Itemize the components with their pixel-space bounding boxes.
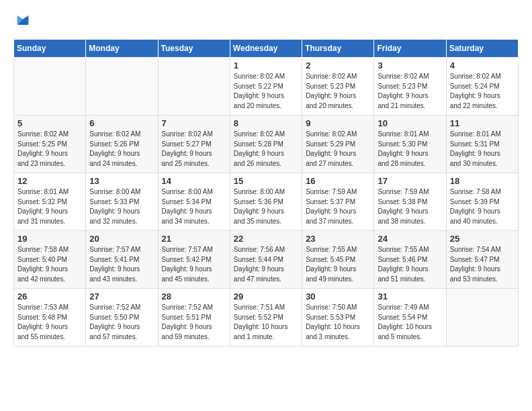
day-number: 19 xyxy=(17,234,82,244)
day-info: Sunrise: 7:56 AM Sunset: 5:44 PM Dayligh… xyxy=(234,245,298,284)
calendar-cell: 8Sunrise: 8:02 AM Sunset: 5:28 PM Daylig… xyxy=(230,116,302,173)
calendar-cell xyxy=(446,289,518,347)
day-info: Sunrise: 8:02 AM Sunset: 5:25 PM Dayligh… xyxy=(17,130,82,169)
day-info: Sunrise: 7:59 AM Sunset: 5:37 PM Dayligh… xyxy=(306,187,370,226)
calendar-cell xyxy=(158,58,230,116)
day-number: 21 xyxy=(162,234,226,244)
day-number: 17 xyxy=(378,176,442,186)
calendar-cell: 30Sunrise: 7:50 AM Sunset: 5:53 PM Dayli… xyxy=(302,289,374,347)
calendar-cell: 28Sunrise: 7:52 AM Sunset: 5:51 PM Dayli… xyxy=(158,289,230,347)
day-info: Sunrise: 8:01 AM Sunset: 5:31 PM Dayligh… xyxy=(450,130,515,169)
day-info: Sunrise: 8:02 AM Sunset: 5:24 PM Dayligh… xyxy=(450,72,515,111)
day-number: 5 xyxy=(17,118,82,128)
logo-icon xyxy=(13,11,32,30)
calendar-cell: 7Sunrise: 8:02 AM Sunset: 5:27 PM Daylig… xyxy=(158,116,230,173)
day-number: 28 xyxy=(162,291,226,302)
calendar-cell: 12Sunrise: 8:01 AM Sunset: 5:32 PM Dayli… xyxy=(14,173,86,231)
day-info: Sunrise: 8:02 AM Sunset: 5:22 PM Dayligh… xyxy=(234,72,298,111)
day-info: Sunrise: 8:02 AM Sunset: 5:26 PM Dayligh… xyxy=(89,130,154,169)
calendar-cell: 19Sunrise: 7:58 AM Sunset: 5:40 PM Dayli… xyxy=(14,231,86,289)
calendar-cell: 21Sunrise: 7:57 AM Sunset: 5:42 PM Dayli… xyxy=(158,231,230,289)
calendar-cell: 9Sunrise: 8:02 AM Sunset: 5:29 PM Daylig… xyxy=(302,116,374,173)
calendar-cell: 22Sunrise: 7:56 AM Sunset: 5:44 PM Dayli… xyxy=(230,231,302,289)
calendar-cell: 2Sunrise: 8:02 AM Sunset: 5:23 PM Daylig… xyxy=(302,58,374,116)
day-number: 14 xyxy=(162,176,226,186)
day-info: Sunrise: 7:52 AM Sunset: 5:51 PM Dayligh… xyxy=(162,303,226,342)
day-info: Sunrise: 8:00 AM Sunset: 5:34 PM Dayligh… xyxy=(162,187,226,226)
calendar-cell: 11Sunrise: 8:01 AM Sunset: 5:31 PM Dayli… xyxy=(446,116,518,173)
calendar-cell: 5Sunrise: 8:02 AM Sunset: 5:25 PM Daylig… xyxy=(14,116,86,173)
calendar-cell: 23Sunrise: 7:55 AM Sunset: 5:45 PM Dayli… xyxy=(302,231,374,289)
calendar-cell: 3Sunrise: 8:02 AM Sunset: 5:23 PM Daylig… xyxy=(374,58,446,116)
day-info: Sunrise: 7:57 AM Sunset: 5:41 PM Dayligh… xyxy=(89,245,154,284)
day-number: 4 xyxy=(450,60,515,71)
calendar-cell: 15Sunrise: 8:00 AM Sunset: 5:36 PM Dayli… xyxy=(230,173,302,231)
day-number: 23 xyxy=(306,234,370,244)
logo xyxy=(13,11,35,30)
calendar-header-thursday: Thursday xyxy=(302,40,374,58)
day-info: Sunrise: 7:55 AM Sunset: 5:45 PM Dayligh… xyxy=(306,245,370,284)
day-number: 22 xyxy=(234,234,298,244)
day-number: 15 xyxy=(234,176,298,186)
calendar-header-wednesday: Wednesday xyxy=(230,40,302,58)
calendar-week-row: 12Sunrise: 8:01 AM Sunset: 5:32 PM Dayli… xyxy=(14,173,519,231)
day-info: Sunrise: 8:00 AM Sunset: 5:33 PM Dayligh… xyxy=(89,187,154,226)
day-info: Sunrise: 7:54 AM Sunset: 5:47 PM Dayligh… xyxy=(450,245,515,284)
calendar-cell: 18Sunrise: 7:58 AM Sunset: 5:39 PM Dayli… xyxy=(446,173,518,231)
day-number: 11 xyxy=(450,118,515,128)
calendar-cell: 10Sunrise: 8:01 AM Sunset: 5:30 PM Dayli… xyxy=(374,116,446,173)
day-number: 2 xyxy=(306,60,370,71)
calendar-cell: 6Sunrise: 8:02 AM Sunset: 5:26 PM Daylig… xyxy=(86,116,158,173)
calendar-cell: 27Sunrise: 7:52 AM Sunset: 5:50 PM Dayli… xyxy=(86,289,158,347)
day-number: 26 xyxy=(17,291,82,302)
calendar-cell: 16Sunrise: 7:59 AM Sunset: 5:37 PM Dayli… xyxy=(302,173,374,231)
day-number: 7 xyxy=(162,118,226,128)
day-number: 31 xyxy=(378,291,442,302)
day-info: Sunrise: 8:01 AM Sunset: 5:32 PM Dayligh… xyxy=(17,187,82,226)
day-info: Sunrise: 7:58 AM Sunset: 5:40 PM Dayligh… xyxy=(17,245,82,284)
calendar-header-sunday: Sunday xyxy=(14,40,86,58)
day-info: Sunrise: 7:58 AM Sunset: 5:39 PM Dayligh… xyxy=(450,187,515,226)
calendar-cell: 14Sunrise: 8:00 AM Sunset: 5:34 PM Dayli… xyxy=(158,173,230,231)
day-info: Sunrise: 8:02 AM Sunset: 5:28 PM Dayligh… xyxy=(234,130,298,169)
day-number: 20 xyxy=(89,234,154,244)
calendar-cell: 1Sunrise: 8:02 AM Sunset: 5:22 PM Daylig… xyxy=(230,58,302,116)
day-number: 10 xyxy=(378,118,442,128)
calendar-header-row: SundayMondayTuesdayWednesdayThursdayFrid… xyxy=(14,40,519,58)
day-number: 24 xyxy=(378,234,442,244)
header xyxy=(13,11,519,30)
calendar-week-row: 19Sunrise: 7:58 AM Sunset: 5:40 PM Dayli… xyxy=(14,231,519,289)
calendar-cell: 24Sunrise: 7:55 AM Sunset: 5:46 PM Dayli… xyxy=(374,231,446,289)
day-number: 13 xyxy=(89,176,154,186)
day-info: Sunrise: 8:02 AM Sunset: 5:29 PM Dayligh… xyxy=(306,130,370,169)
calendar-cell xyxy=(14,58,86,116)
day-info: Sunrise: 7:59 AM Sunset: 5:38 PM Dayligh… xyxy=(378,187,442,226)
calendar-cell: 29Sunrise: 7:51 AM Sunset: 5:52 PM Dayli… xyxy=(230,289,302,347)
calendar-cell xyxy=(86,58,158,116)
calendar-cell: 25Sunrise: 7:54 AM Sunset: 5:47 PM Dayli… xyxy=(446,231,518,289)
day-info: Sunrise: 7:50 AM Sunset: 5:53 PM Dayligh… xyxy=(306,303,370,342)
day-number: 6 xyxy=(89,118,154,128)
calendar-header-friday: Friday xyxy=(374,40,446,58)
calendar-cell: 31Sunrise: 7:49 AM Sunset: 5:54 PM Dayli… xyxy=(374,289,446,347)
calendar-cell: 20Sunrise: 7:57 AM Sunset: 5:41 PM Dayli… xyxy=(86,231,158,289)
calendar-header-monday: Monday xyxy=(86,40,158,58)
page: SundayMondayTuesdayWednesdayThursdayFrid… xyxy=(0,0,532,360)
day-info: Sunrise: 8:02 AM Sunset: 5:27 PM Dayligh… xyxy=(162,130,226,169)
day-number: 8 xyxy=(234,118,298,128)
day-number: 3 xyxy=(378,60,442,71)
calendar-cell: 17Sunrise: 7:59 AM Sunset: 5:38 PM Dayli… xyxy=(374,173,446,231)
calendar-table: SundayMondayTuesdayWednesdayThursdayFrid… xyxy=(13,39,519,347)
day-number: 16 xyxy=(306,176,370,186)
day-number: 18 xyxy=(450,176,515,186)
calendar-week-row: 26Sunrise: 7:53 AM Sunset: 5:48 PM Dayli… xyxy=(14,289,519,347)
day-info: Sunrise: 7:53 AM Sunset: 5:48 PM Dayligh… xyxy=(17,303,82,342)
day-number: 29 xyxy=(234,291,298,302)
calendar-week-row: 5Sunrise: 8:02 AM Sunset: 5:25 PM Daylig… xyxy=(14,116,519,173)
day-info: Sunrise: 8:01 AM Sunset: 5:30 PM Dayligh… xyxy=(378,130,442,169)
day-number: 30 xyxy=(306,291,370,302)
day-number: 9 xyxy=(306,118,370,128)
day-info: Sunrise: 7:51 AM Sunset: 5:52 PM Dayligh… xyxy=(234,303,298,342)
day-number: 27 xyxy=(89,291,154,302)
calendar-header-tuesday: Tuesday xyxy=(158,40,230,58)
